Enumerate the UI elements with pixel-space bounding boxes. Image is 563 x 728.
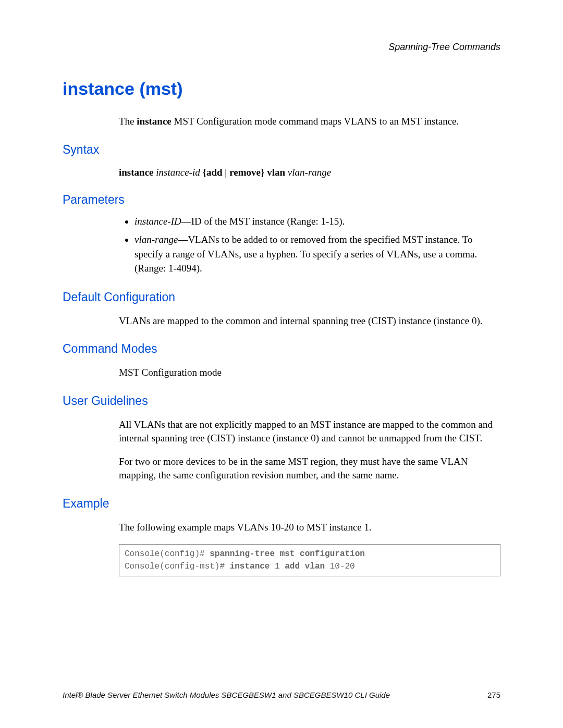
- code-prompt: Console(config-mst)#: [125, 562, 230, 571]
- code-cmd: instance: [230, 562, 275, 571]
- section-command-modes: Command Modes: [63, 342, 500, 356]
- example-text: The following example maps VLANs 10-20 t…: [119, 521, 500, 534]
- parameter-list: instance-ID—ID of the MST instance (Rang…: [119, 214, 500, 276]
- section-example: Example: [63, 497, 500, 511]
- page-number: 275: [487, 690, 500, 699]
- syntax-arg1: instance-id: [154, 167, 203, 178]
- section-parameters: Parameters: [63, 193, 500, 207]
- list-item: vlan-range—VLANs to be added to or remov…: [134, 232, 500, 276]
- user-guidelines-p1: All VLANs that are not explicitly mapped…: [119, 418, 500, 445]
- command-modes-text: MST Configuration mode: [119, 366, 500, 379]
- default-config-text: VLANs are mapped to the common and inter…: [119, 314, 500, 328]
- param-desc: —VLANs to be added to or removed from th…: [134, 234, 477, 274]
- syntax-line: instance instance-id {add | remove} vlan…: [119, 167, 500, 178]
- param-desc: —ID of the MST instance (Range: 1-15).: [181, 216, 345, 227]
- param-term: vlan-range: [134, 234, 178, 245]
- section-default-config: Default Configuration: [63, 290, 500, 304]
- section-syntax: Syntax: [63, 143, 500, 157]
- code-arg: 10-20: [330, 562, 355, 571]
- intro-rest: MST Configuration mode command maps VLAN…: [172, 116, 459, 127]
- code-arg: 1: [275, 562, 285, 571]
- list-item: instance-ID—ID of the MST instance (Rang…: [134, 214, 500, 229]
- syntax-kw2: {add | remove} vlan: [202, 167, 285, 178]
- syntax-arg2: vlan-range: [285, 167, 331, 178]
- code-cmd: add vlan: [285, 562, 329, 571]
- code-cmd: spanning-tree mst configuration: [210, 549, 365, 559]
- footer-text: Intel® Blade Server Ethernet Switch Modu…: [63, 690, 390, 699]
- intro-paragraph: The instance MST Configuration mode comm…: [119, 115, 500, 128]
- section-user-guidelines: User Guidelines: [63, 394, 500, 408]
- param-term: instance-ID: [134, 216, 181, 227]
- header-section: Spanning-Tree Commands: [63, 42, 500, 53]
- page-title: instance (mst): [63, 79, 500, 99]
- intro-bold: instance: [137, 116, 172, 127]
- user-guidelines-p2: For two or more devices to be in the sam…: [119, 455, 500, 482]
- syntax-kw1: instance: [119, 167, 154, 178]
- footer: Intel® Blade Server Ethernet Switch Modu…: [63, 690, 500, 699]
- code-example: Console(config)# spanning-tree mst confi…: [119, 544, 500, 576]
- intro-prefix: The: [119, 116, 137, 127]
- code-prompt: Console(config)#: [125, 549, 210, 559]
